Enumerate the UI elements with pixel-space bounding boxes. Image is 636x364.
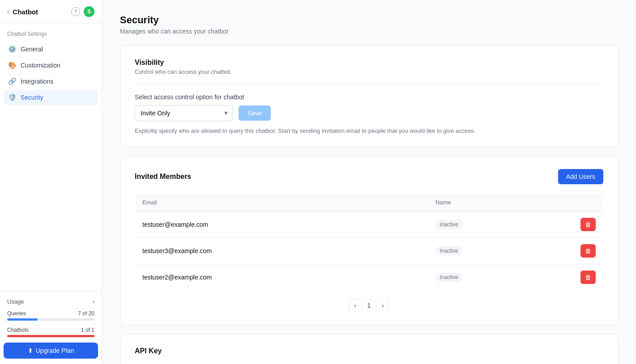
status-badge: inactive [435,220,463,229]
sidebar-header: ‹ Chatbot ? S [0,0,102,24]
trash-icon: 🗑 [585,221,591,228]
visibility-card: Visibility Control who can access your c… [120,46,618,147]
queries-label: Queries [7,310,26,317]
avatar: S [84,6,94,17]
sidebar-item-integrations[interactable]: 🔗 Integrations [4,74,98,89]
pagination-current: 1 [366,302,373,309]
api-key-title: API Key [135,347,603,355]
sidebar-item-security-label: Security [21,94,43,101]
main-content: Security Manages who can access your cha… [102,0,636,364]
access-control-label: Select access control option for chatbot [135,93,603,101]
table-row: testuser3@example.com inactive 🗑 [135,238,603,264]
invited-members-header: Invited Members Add Users [135,169,603,184]
table-row: testuser@example.com inactive 🗑 [135,212,603,238]
sidebar-item-customization-label: Customization [21,62,60,69]
api-key-card: API Key [120,334,618,364]
sidebar-nav: ⚙️ General 🎨 Customization 🔗 Integration… [0,40,102,291]
delete-member-button[interactable]: 🗑 [581,218,596,231]
usage-label: Usage [7,298,24,305]
visibility-sub: Control who can access your chatbot. [135,68,603,75]
member-email: testuser2@example.com [135,264,429,291]
help-icon[interactable]: ? [71,7,80,16]
security-icon: 🛡️ [8,93,16,102]
table-row: testuser2@example.com inactive 🗑 [135,264,603,291]
page-title: Security [120,14,618,26]
member-actions: 🗑 [573,238,603,264]
delete-member-button[interactable]: 🗑 [581,244,596,258]
settings-section-label: Chatbot Settings [0,24,102,40]
visibility-title: Visibility [135,59,603,67]
back-icon[interactable]: ‹ [7,8,9,15]
chatbots-label: Chatbots [7,327,29,333]
sidebar-title: Chatbot [13,8,68,16]
access-select[interactable]: Invite Only Public Private [135,105,233,121]
upgrade-icon: ⬆ [28,347,33,354]
status-badge: inactive [435,246,463,255]
access-description: Explicitly specify who are allowed to qu… [135,127,603,134]
usage-chatbots: Chatbots 1 of 1 [4,325,98,339]
queries-bar-fill [7,318,38,321]
upgrade-label: Upgrade Plan [36,347,74,354]
col-email: Email [135,194,429,212]
col-action [573,194,603,212]
queries-value: 7 of 20 [78,310,94,317]
save-button[interactable]: Save [239,106,271,121]
sidebar: ‹ Chatbot ? S Chatbot Settings ⚙️ Genera… [0,0,102,364]
invited-members-title: Invited Members [135,173,191,181]
member-email: testuser3@example.com [135,238,429,264]
chatbots-bar-bg [7,335,94,337]
chevron-left-icon: ‹ [354,302,356,309]
integrations-icon: 🔗 [8,77,16,85]
usage-header[interactable]: Usage › [4,296,98,309]
member-actions: 🗑 [573,212,603,238]
delete-member-button[interactable]: 🗑 [581,271,596,284]
usage-arrow-icon: › [93,298,94,305]
page-subtitle: Manages who can access your chatbot [120,28,618,35]
pagination-next-button[interactable]: › [376,299,389,312]
pagination: ‹ 1 › [135,299,603,312]
queries-bar-bg [7,318,94,321]
add-users-button[interactable]: Add Users [558,169,603,184]
invited-members-card: Invited Members Add Users Email Name tes… [120,156,618,325]
sidebar-item-customization[interactable]: 🎨 Customization [4,58,98,73]
status-badge: inactive [435,273,463,282]
chatbots-bar-fill [7,335,94,337]
visibility-divider [135,84,603,85]
general-icon: ⚙️ [8,45,16,53]
usage-queries: Queries 7 of 20 [4,309,98,322]
sidebar-item-general-label: General [21,46,43,53]
members-table: Email Name testuser@example.com inactive… [135,193,603,291]
trash-icon: 🗑 [585,247,591,254]
pagination-prev-button[interactable]: ‹ [349,299,362,312]
access-control-row: Invite Only Public Private ▼ Save [135,105,603,121]
upgrade-plan-button[interactable]: ⬆ Upgrade Plan [4,343,98,359]
member-status: inactive [428,264,573,291]
sidebar-item-general[interactable]: ⚙️ General [4,42,98,57]
member-status: inactive [428,212,573,238]
sidebar-item-security[interactable]: 🛡️ Security [4,90,98,105]
sidebar-item-integrations-label: Integrations [21,78,53,85]
sidebar-bottom: Usage › Queries 7 of 20 Chatbots 1 of 1 … [0,291,102,364]
member-status: inactive [428,238,573,264]
access-select-wrapper: Invite Only Public Private ▼ [135,105,233,121]
member-actions: 🗑 [573,264,603,291]
col-name: Name [428,194,573,212]
member-email: testuser@example.com [135,212,429,238]
chevron-right-icon: › [382,302,384,309]
trash-icon: 🗑 [585,274,591,281]
chatbots-value: 1 of 1 [81,327,94,333]
customization-icon: 🎨 [8,61,16,69]
